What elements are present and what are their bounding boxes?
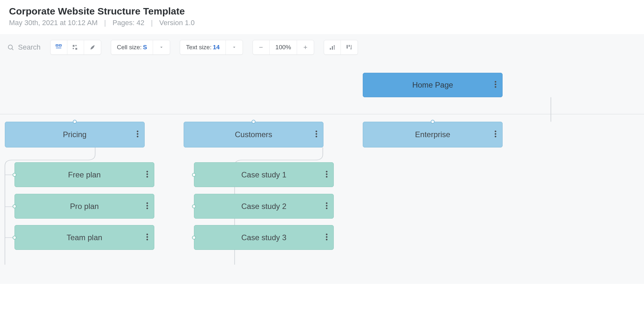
text-size-label: Text size: [186, 44, 211, 51]
node-case-study-1[interactable]: Case study 1 [194, 162, 334, 187]
meta-pages-label: Pages: [112, 19, 135, 27]
svg-rect-2 [56, 45, 58, 46]
more-icon[interactable] [146, 171, 148, 179]
more-icon[interactable] [326, 171, 328, 179]
svg-point-30 [495, 136, 496, 137]
more-icon[interactable] [326, 233, 328, 242]
node-team-plan[interactable]: Team plan [14, 225, 154, 250]
svg-point-36 [147, 207, 148, 209]
svg-point-29 [495, 133, 496, 135]
node-case-study-3[interactable]: Case study 3 [194, 225, 334, 250]
svg-point-46 [326, 233, 328, 235]
node-label: Team plan [67, 233, 102, 242]
svg-rect-16 [349, 45, 350, 47]
svg-point-47 [326, 236, 328, 238]
more-icon[interactable] [326, 202, 328, 211]
svg-point-43 [326, 202, 328, 204]
svg-rect-3 [59, 45, 61, 46]
svg-point-20 [495, 84, 496, 85]
meta-line: May 30th, 2021 at 10:12 AM | Pages: 42 |… [9, 19, 635, 27]
sort-desc-button[interactable] [341, 40, 358, 54]
svg-point-38 [147, 236, 148, 238]
search-input[interactable]: Search [7, 43, 41, 52]
view-mode-group [50, 40, 101, 55]
svg-point-24 [137, 136, 139, 137]
text-size-value: 14 [213, 44, 220, 51]
separator: | [151, 19, 153, 27]
node-label: Case study 2 [241, 202, 286, 211]
page-title: Corporate Website Structure Template [9, 6, 635, 17]
node-free-plan[interactable]: Free plan [14, 162, 154, 187]
svg-rect-13 [332, 46, 333, 50]
svg-point-32 [147, 173, 148, 175]
svg-point-25 [316, 131, 317, 132]
svg-rect-12 [330, 48, 331, 50]
node-enterprise[interactable]: Enterprise [363, 122, 503, 147]
svg-point-21 [495, 86, 496, 88]
svg-point-31 [147, 171, 148, 172]
node-label: Free plan [68, 170, 101, 179]
svg-point-33 [147, 176, 148, 177]
more-icon[interactable] [315, 130, 317, 139]
meta-date: May 30th, 2021 at 10:12 AM [9, 19, 98, 27]
node-home-page[interactable]: Home Page [363, 73, 503, 97]
svg-point-42 [326, 176, 328, 177]
separator: | [104, 19, 106, 27]
svg-point-44 [326, 205, 328, 206]
cell-size-value: S [143, 44, 147, 51]
chevron-down-icon[interactable] [226, 40, 243, 54]
view-tree-button[interactable] [51, 40, 67, 54]
search-placeholder: Search [18, 43, 41, 52]
view-grid-button[interactable] [67, 40, 84, 54]
node-label: Pro plan [70, 202, 99, 211]
svg-line-1 [12, 49, 13, 50]
sitemap-canvas[interactable]: Home Page Pricing Customers Enterprise [0, 59, 644, 284]
node-label: Enterprise [415, 130, 450, 139]
sort-asc-button[interactable] [324, 40, 341, 54]
svg-point-27 [316, 136, 317, 137]
zoom-value: 100% [270, 40, 297, 54]
svg-point-35 [147, 205, 148, 206]
cell-size-select[interactable]: Cell size: S [111, 40, 170, 55]
svg-point-28 [495, 131, 496, 132]
svg-point-48 [326, 239, 328, 240]
sort-group [324, 40, 358, 55]
node-label: Customers [235, 130, 272, 139]
node-label: Case study 1 [241, 170, 286, 179]
node-customers[interactable]: Customers [184, 122, 323, 147]
more-icon[interactable] [137, 130, 139, 139]
svg-rect-5 [73, 45, 75, 47]
search-icon [7, 44, 14, 51]
svg-point-39 [147, 239, 148, 240]
view-leaf-button[interactable] [84, 40, 101, 54]
chevron-down-icon[interactable] [153, 40, 170, 54]
more-icon[interactable] [146, 202, 148, 211]
svg-point-22 [137, 131, 139, 132]
svg-point-40 [326, 171, 328, 172]
node-label: Home Page [412, 80, 453, 90]
node-label: Pricing [63, 130, 86, 139]
text-size-select[interactable]: Text size: 14 [180, 40, 243, 55]
svg-rect-15 [347, 45, 348, 49]
zoom-out-button[interactable] [253, 40, 270, 54]
node-label: Case study 3 [241, 233, 286, 242]
svg-point-34 [147, 202, 148, 204]
svg-point-19 [495, 81, 496, 83]
svg-point-37 [147, 233, 148, 235]
more-icon[interactable] [146, 233, 148, 242]
meta-version: Version 1.0 [159, 19, 195, 27]
meta-pages-value: 42 [137, 19, 144, 27]
svg-point-45 [326, 207, 328, 209]
svg-rect-14 [334, 46, 335, 50]
node-case-study-2[interactable]: Case study 2 [194, 194, 334, 219]
svg-rect-6 [75, 45, 77, 46]
cell-size-label: Cell size: [117, 44, 142, 51]
svg-rect-7 [73, 48, 74, 49]
node-pricing[interactable]: Pricing [5, 122, 145, 147]
more-icon[interactable] [495, 81, 496, 89]
more-icon[interactable] [495, 130, 496, 139]
svg-point-26 [316, 133, 317, 135]
svg-point-41 [326, 173, 328, 175]
zoom-in-button[interactable] [297, 40, 314, 54]
node-pro-plan[interactable]: Pro plan [14, 194, 154, 219]
